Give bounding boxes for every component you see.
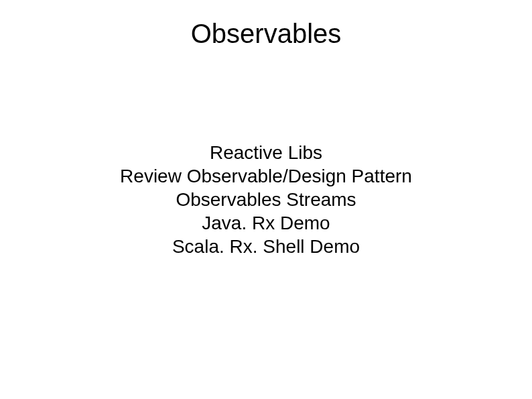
- content-line: Reactive Libs: [0, 141, 532, 164]
- content-line: Observables Streams: [0, 188, 532, 211]
- content-line: Java. Rx Demo: [0, 211, 532, 235]
- slide-content: Reactive Libs Review Observable/Design P…: [0, 141, 532, 258]
- content-line: Review Observable/Design Pattern: [0, 164, 532, 188]
- content-line: Scala. Rx. Shell Demo: [0, 235, 532, 258]
- slide-title: Observables: [0, 19, 532, 49]
